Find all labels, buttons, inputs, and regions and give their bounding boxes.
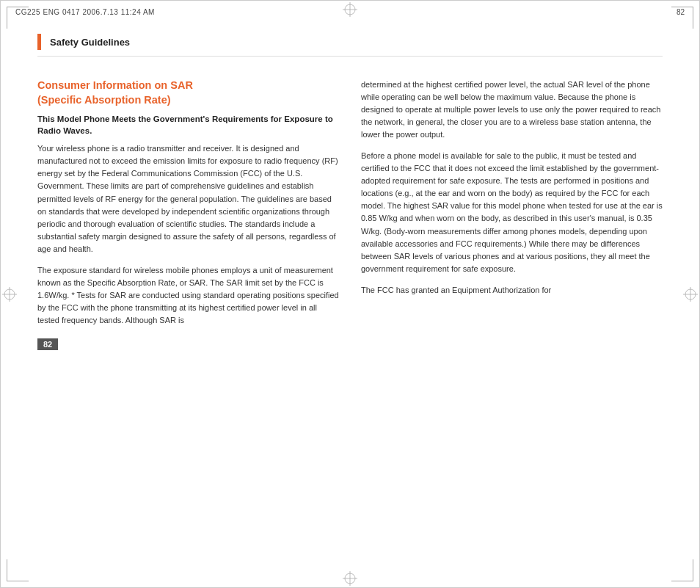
crop-mark-bl	[7, 559, 29, 581]
right-column: determined at the highest certified powe…	[361, 79, 663, 350]
left-column: Consumer Information on SAR (Specific Ab…	[37, 79, 339, 350]
subheading: This Model Phone Meets the Government's …	[37, 113, 339, 137]
reg-mark-left	[2, 287, 17, 302]
safety-header: Safety Guidelines	[37, 34, 663, 57]
two-columns: Consumer Information on SAR (Specific Ab…	[37, 79, 663, 350]
crop-mark-br	[671, 559, 693, 581]
header-page-num: 82	[677, 8, 685, 16]
body-paragraph-2: The exposure standard for wireless mobil…	[37, 264, 339, 327]
content-area: Safety Guidelines Consumer Information o…	[37, 34, 663, 551]
reg-mark-right	[683, 287, 698, 302]
header-text: CG225 ENG 0417 2006.7.13 11:24 AM	[15, 8, 155, 16]
right-paragraph-2: Before a phone model is available for sa…	[361, 150, 663, 275]
safety-bar-accent	[37, 34, 41, 50]
page: CG225 ENG 0417 2006.7.13 11:24 AM 82 Saf…	[0, 0, 700, 588]
right-paragraph-3: The FCC has granted an Equipment Authori…	[361, 284, 663, 297]
section-heading: Consumer Information on SAR (Specific Ab…	[37, 79, 339, 107]
right-paragraph-1: determined at the highest certified powe…	[361, 79, 663, 141]
page-number-badge: 82	[37, 335, 339, 350]
header-bar: CG225 ENG 0417 2006.7.13 11:24 AM 82	[1, 1, 699, 23]
reg-mark-bottom	[343, 571, 357, 586]
body-paragraph-1: Your wireless phone is a radio transmitt…	[37, 142, 339, 255]
safety-title: Safety Guidelines	[50, 37, 130, 48]
